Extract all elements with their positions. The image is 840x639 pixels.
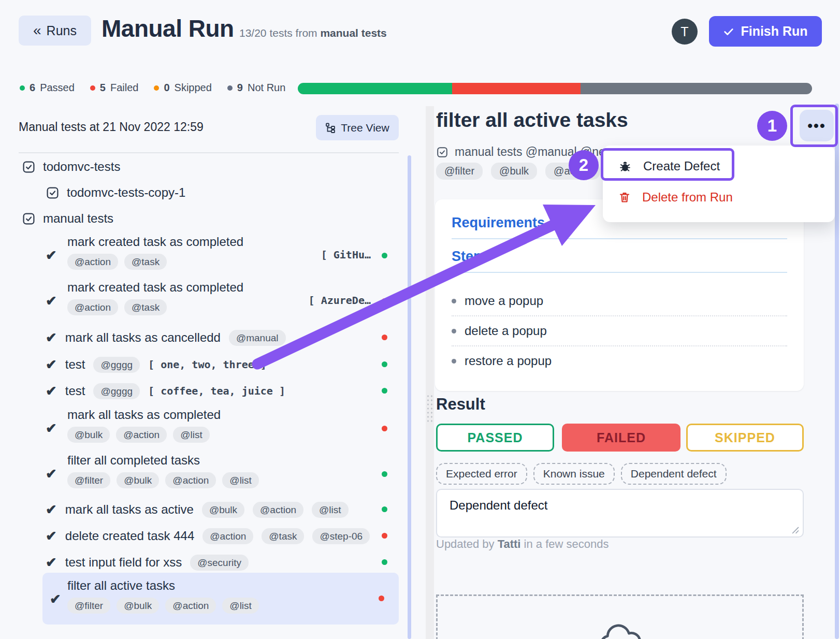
suite-label: todomvc-tests-copy-1: [67, 185, 185, 200]
test-title: delete created task 444: [65, 528, 195, 544]
suite-icon: [22, 212, 36, 226]
tag-pill: @list: [173, 427, 210, 443]
passed-label: Passed: [40, 82, 75, 94]
annotation-step-2-badge: 2: [569, 150, 599, 180]
finish-run-button[interactable]: Finish Run: [709, 16, 822, 47]
divider: [452, 272, 787, 273]
menu-item-create-defect[interactable]: Create Defect: [603, 151, 835, 182]
menu-item-delete-from-run[interactable]: Delete from Run: [603, 182, 835, 213]
tag-pill: @action: [116, 427, 167, 443]
bullet-icon: [452, 359, 456, 364]
check-icon: ✔: [46, 420, 57, 437]
status-dot: [382, 506, 387, 512]
chip-known-issue[interactable]: Known issue: [533, 463, 615, 485]
steps-list: move a popup delete a popup restore a po…: [452, 286, 787, 375]
step-item: restore a popup: [452, 345, 787, 375]
run-progress-bar: [298, 83, 812, 94]
tag-pill: @bulk: [491, 163, 537, 180]
test-row[interactable]: ✔ mark all tasks as active @bulk @action…: [46, 499, 399, 520]
tag-pill: @filter: [67, 472, 110, 488]
progress-failed-segment: [452, 83, 581, 94]
test-example: [ AzureDe…: [309, 294, 371, 307]
tag-pill: @list: [222, 598, 259, 614]
requirements-link[interactable]: Requirements: [452, 215, 545, 231]
status-dot: [382, 471, 387, 477]
tree-icon: [325, 123, 336, 133]
left-panel-scrollbar[interactable]: [408, 155, 411, 639]
status-dot: [382, 388, 387, 394]
not-run-label: Not Run: [248, 82, 285, 94]
stat-not-run: 9 Not Run: [227, 82, 286, 94]
test-title: test: [65, 383, 85, 399]
tag-pill: @action: [165, 472, 216, 488]
test-row[interactable]: ✔ mark all tasks as completed @bulk @act…: [46, 407, 399, 443]
tag-pill: @task: [262, 528, 304, 544]
test-row[interactable]: ✔ mark created task as completed @action…: [46, 280, 399, 315]
suite-item-todomvc-tests-copy-1[interactable]: todomvc-tests-copy-1: [46, 185, 185, 200]
test-row[interactable]: ✔ test input field for xss @security: [46, 552, 399, 573]
check-icon: ✔: [46, 502, 57, 518]
test-body-card: Requirements Steps move a popup delete a…: [435, 199, 804, 391]
check-icon: [723, 26, 734, 37]
stat-skipped: 0 Skipped: [154, 82, 211, 94]
check-icon: ✔: [46, 528, 57, 544]
tag-pill: @action: [202, 528, 253, 544]
cloud-upload-icon: [597, 619, 646, 639]
updated-caption: Updated by Tatti in a few seconds: [436, 538, 609, 551]
failed-count: 5: [100, 82, 106, 94]
context-menu: Create Defect Delete from Run: [603, 146, 835, 222]
avatar-initial: T: [680, 24, 688, 39]
test-row[interactable]: ✔ delete created task 444 @action @task …: [46, 526, 399, 546]
status-dot: [382, 533, 387, 539]
status-dot: [382, 361, 387, 367]
result-chips: Expected error Known issue Dependent def…: [436, 463, 727, 485]
test-row-selected[interactable]: ✔ filter all active tasks @filter @bulk …: [42, 573, 399, 625]
panel-splitter[interactable]: [426, 106, 434, 639]
test-row[interactable]: ✔ test @gggg [ one, two, three ]: [46, 354, 399, 375]
stat-failed: 5 Failed: [90, 82, 139, 94]
back-to-runs-label: Runs: [47, 23, 77, 38]
test-title: mark created task as completed: [67, 234, 399, 250]
check-icon: ✔: [50, 591, 61, 607]
steps-link[interactable]: Steps: [452, 249, 490, 265]
test-row[interactable]: ✔ filter all completed tasks @filter @bu…: [46, 453, 399, 488]
suite-item-manual-tests[interactable]: manual tests: [22, 211, 113, 226]
check-icon: ✔: [46, 383, 57, 399]
drag-handle-icon: [426, 394, 433, 423]
not-run-dot-icon: [227, 85, 233, 91]
test-example: [ one, two, three ]: [148, 358, 267, 371]
tag-pill: @action: [67, 299, 118, 315]
delete-from-run-label: Delete from Run: [642, 190, 733, 205]
suite-icon: [22, 160, 36, 174]
result-skipped-button[interactable]: SKIPPED: [686, 424, 804, 452]
test-row[interactable]: ✔ test @gggg [ coffee, tea, juice ]: [46, 381, 399, 401]
status-dot: [382, 335, 387, 340]
result-failed-button[interactable]: FAILED: [562, 424, 680, 452]
divider: [19, 152, 399, 153]
skipped-count: 0: [164, 82, 169, 94]
suite-item-todomvc-tests[interactable]: todomvc-tests: [22, 159, 120, 174]
avatar[interactable]: T: [672, 19, 698, 45]
more-options-button[interactable]: •••: [800, 110, 834, 141]
chip-dependent-defect[interactable]: Dependent defect: [621, 463, 727, 485]
chip-expected-error[interactable]: Expected error: [436, 463, 527, 485]
tag-pill: @action: [165, 598, 216, 614]
check-icon: ✔: [46, 357, 57, 373]
tag-pill: @bulk: [117, 598, 159, 614]
test-row[interactable]: ✔ mark all tasks as cancelledd @manual: [46, 327, 399, 348]
step-text: move a popup: [465, 294, 543, 308]
result-note-textarea[interactable]: Dependent defect: [436, 489, 804, 538]
back-to-runs-button[interactable]: « Runs: [19, 16, 91, 46]
tag-pill: @list: [222, 472, 259, 488]
page-subtitle: 13/20 tests from manual tests: [239, 27, 387, 39]
suite-icon: [46, 186, 60, 200]
resize-handle-icon[interactable]: [791, 526, 799, 534]
subtitle-count: 13/20 tests from: [239, 27, 320, 39]
check-icon: ✔: [46, 330, 57, 346]
right-panel-scrollbar[interactable]: [835, 104, 839, 639]
tree-view-button[interactable]: Tree View: [316, 115, 399, 140]
result-passed-button[interactable]: PASSED: [436, 424, 554, 452]
tag-pill: @bulk: [67, 427, 110, 443]
page-title: Manual Run: [102, 14, 234, 42]
test-row[interactable]: ✔ mark created task as completed @action…: [46, 234, 399, 270]
